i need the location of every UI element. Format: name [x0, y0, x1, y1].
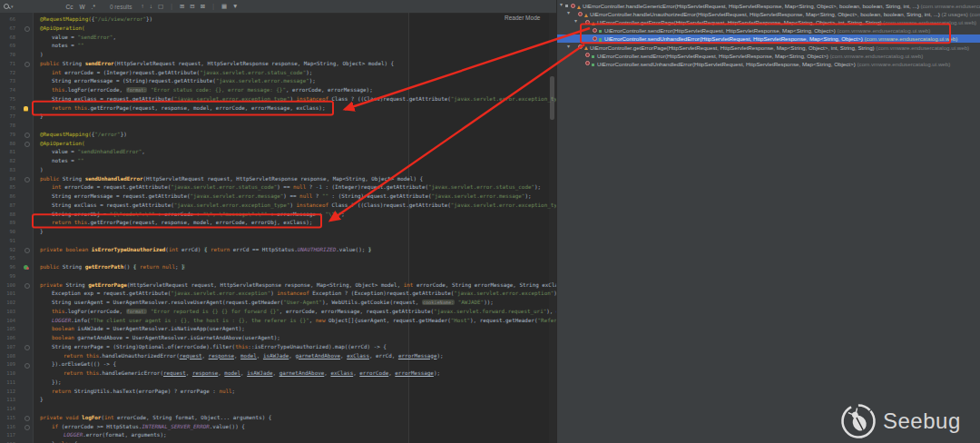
code-line-106[interactable]: 106boolean garnetAndAbove = UserAgentRes…	[0, 334, 556, 343]
fold-icon[interactable]	[24, 133, 30, 138]
fold-icon[interactable]	[24, 177, 30, 182]
hierarchy-row[interactable]: ▾UiErrorController.handleGenericError(Ht…	[557, 2, 980, 10]
fold-icon[interactable]	[24, 345, 30, 350]
code-line-114[interactable]: 114	[0, 405, 556, 414]
code-line-116[interactable]: 116if (errorCode >= HttpStatus.INTERNAL_…	[0, 423, 556, 432]
code-text: if (errorCode >= HttpStatus.INTERNAL_SER…	[52, 423, 245, 432]
editor-scrollbar[interactable]	[550, 76, 554, 120]
search-icon[interactable]	[4, 4, 10, 10]
line-number: 74	[0, 86, 15, 95]
remove-selection-icon[interactable]: ⊟	[190, 3, 194, 10]
code-line-104[interactable]: 104LOGGER.info("The client user agent is…	[0, 317, 556, 326]
code-line-79[interactable]: 79@RequestMapping({"/error"})	[0, 131, 556, 140]
code-line-82[interactable]: 82notes = ""	[0, 157, 556, 166]
fold-icon[interactable]	[24, 26, 30, 32]
code-line-110[interactable]: 110return this.handleGenericError(reques…	[0, 369, 556, 379]
add-selection-icon[interactable]: ⊞	[180, 3, 184, 10]
code-line-85[interactable]: 85int errorCode = request.getAttribute("…	[0, 183, 556, 192]
code-line-81[interactable]: 81value = "sendUnhandledError",	[0, 148, 556, 157]
code-line-77[interactable]: 77}	[0, 113, 556, 122]
prev-occurrence-icon[interactable]: ↑	[142, 3, 144, 10]
search-history-chevron-icon[interactable]: ▾	[11, 4, 14, 9]
line-number: 90	[0, 228, 15, 237]
code-line-90[interactable]: 90}	[0, 228, 556, 237]
hierarchy-row[interactable]: ▾UiErrorController.handleUnauthorizedErr…	[557, 10, 980, 18]
code-line-70[interactable]: 70)	[0, 51, 556, 60]
fold-icon[interactable]	[24, 62, 30, 67]
line-number: 83	[0, 166, 15, 175]
code-line-100[interactable]: 100private String getErrorPage(HttpServl…	[0, 281, 556, 290]
code-line-96[interactable]: 96public String getErrorPath() { return …	[0, 263, 556, 272]
code-line-117[interactable]: 117LOGGER.error(format, arguments);	[0, 431, 556, 440]
code-line-99[interactable]: 99	[0, 272, 556, 281]
code-line-92[interactable]: 92private boolean isErrorTypeUnauthorize…	[0, 246, 556, 255]
code-line-102[interactable]: 102String userAgent = UserAgentResolver.…	[0, 299, 556, 308]
fold-icon[interactable]	[24, 142, 30, 147]
hierarchy-row[interactable]: ▾UiErrorController.getErrorPage(HttpServ…	[557, 18, 980, 26]
exclude-icon[interactable]: ⊠	[201, 3, 205, 10]
code-line-67[interactable]: 67@ApiOperation(	[0, 25, 556, 34]
code-line-73[interactable]: 73String errorMessage = (String)request.…	[0, 77, 556, 86]
code-line-109[interactable]: 109}).orElseGet(() -> {	[0, 360, 556, 369]
chevron-down-icon[interactable]: ▾	[567, 43, 570, 51]
code-line-108[interactable]: 108return this.handleUnauthorizedError(r…	[0, 352, 556, 361]
code-line-72[interactable]: 72int errorCode = (Integer)request.getAt…	[0, 69, 556, 78]
code-line-76[interactable]: 76return this.getErrorPage(request, resp…	[0, 104, 556, 113]
code-line-69[interactable]: 69notes = ""	[0, 42, 556, 51]
chevron-down-icon[interactable]: ▾	[560, 1, 563, 9]
line-number: 99	[0, 272, 15, 281]
code-line-112[interactable]: 112return StringUtils.hasText(errorPage)…	[0, 388, 556, 397]
code-line-86[interactable]: 86String errorMessage = request.getAttri…	[0, 192, 556, 202]
override-method-icon[interactable]	[24, 265, 28, 270]
hierarchy-row[interactable]: UiErrorController.sendError(HttpServletR…	[557, 26, 980, 34]
code-line-74[interactable]: 74this.logFor(errorCode, format: "Error …	[0, 86, 556, 95]
hierarchy-row[interactable]: UiErrorController.sendUnhandledError(Htt…	[557, 60, 980, 68]
line-number: 66	[0, 15, 15, 25]
regex-toggle[interactable]: .*	[92, 4, 95, 10]
next-occurrence-icon[interactable]: ↓	[150, 3, 152, 10]
filter-icon[interactable]: ▼	[232, 3, 238, 10]
code-line-71[interactable]: 71public String sendError(HttpServletReq…	[0, 60, 556, 69]
code-line-113[interactable]: 113}	[0, 396, 556, 405]
fold-icon[interactable]	[24, 283, 30, 289]
fold-icon[interactable]	[24, 425, 30, 430]
hierarchy-row[interactable]: UiErrorController.sendUnhandledError(Htt…	[557, 34, 980, 43]
fold-icon[interactable]	[24, 363, 30, 369]
code-line-75[interactable]: 75String exClass = request.getAttribute(…	[0, 95, 556, 104]
fold-icon[interactable]	[24, 416, 30, 421]
code-line-115[interactable]: 115private void logFor(int errorCode, St…	[0, 414, 556, 423]
hierarchy-row[interactable]: ▾UiErrorController.getErrorPage(HttpServ…	[557, 44, 980, 52]
public-visibility-icon	[599, 30, 602, 33]
code-line-87[interactable]: 87String exClass = request.getAttribute(…	[0, 202, 556, 211]
fold-icon[interactable]	[24, 248, 30, 253]
chevron-down-icon[interactable]: ▾	[567, 9, 570, 17]
code-line-103[interactable]: 103this.logFor(errorCode, format: "Error…	[0, 308, 556, 317]
hierarchy-row[interactable]: UiErrorController.sendError(HttpServletR…	[557, 52, 980, 60]
public-visibility-icon	[592, 55, 594, 58]
match-case-toggle[interactable]: Cc	[66, 4, 74, 10]
code-editor[interactable]: 66@RequestMapping({"/ui/view/error"})67@…	[0, 13, 556, 443]
code-line-107[interactable]: 107String errorPage = (String)Optional.o…	[0, 343, 556, 352]
intention-bulb-icon[interactable]	[24, 106, 28, 111]
code-text: @RequestMapping({"/error"})	[40, 131, 127, 140]
code-line-78[interactable]: 78	[0, 122, 556, 131]
code-line-91[interactable]: 91	[0, 237, 556, 246]
code-line-66[interactable]: 66@RequestMapping({"/ui/view/error"})	[0, 15, 556, 25]
code-line-80[interactable]: 80@ApiOperation(	[0, 140, 556, 149]
code-text: private String getErrorPage(HttpServletR…	[40, 281, 556, 290]
code-line-68[interactable]: 68value = "sendError",	[0, 34, 556, 43]
code-line-84[interactable]: 84public String sendUnhandledError(HttpS…	[0, 175, 556, 184]
code-line-101[interactable]: 101Exception exp = request.getAttribute(…	[0, 290, 556, 299]
code-line-105[interactable]: 105boolean isAWJade = UserAgentResolver.…	[0, 325, 556, 334]
code-line-89[interactable]: 89return this.getErrorPage(request, resp…	[0, 219, 556, 228]
code-line-88[interactable]: 88String errorObj = "{\"code\":\"" + err…	[0, 211, 556, 220]
line-number: 103	[0, 308, 15, 317]
chevron-down-icon[interactable]: ▾	[574, 17, 577, 25]
code-line-95[interactable]: 95	[0, 254, 556, 263]
code-line-111[interactable]: 111});	[0, 379, 556, 388]
reader-mode-label[interactable]: Reader Mode	[505, 15, 540, 21]
code-line-83[interactable]: 83)	[0, 166, 556, 175]
words-toggle[interactable]: W	[79, 4, 84, 10]
open-in-editor-icon[interactable]: ▦	[221, 3, 227, 10]
select-all-occurrences-icon[interactable]: ▢	[158, 3, 163, 10]
